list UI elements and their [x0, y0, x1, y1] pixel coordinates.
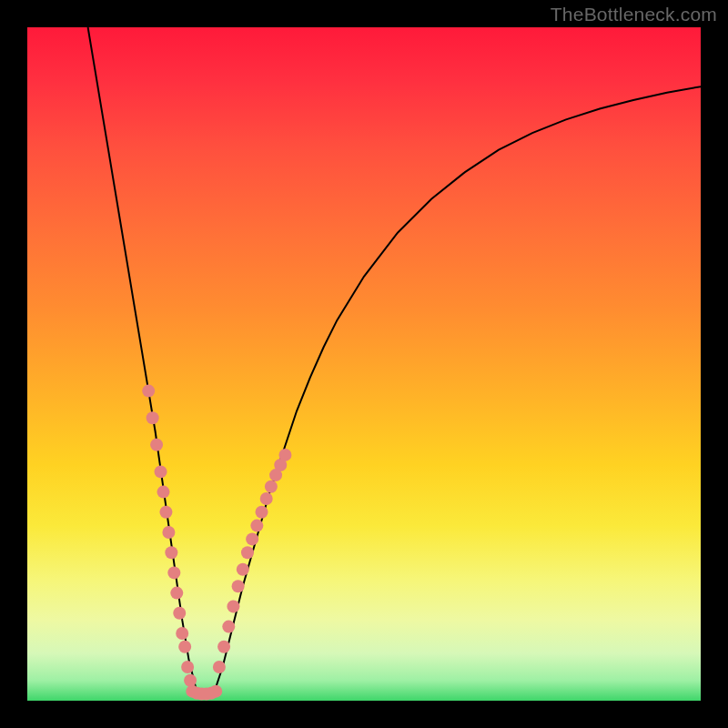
data-point	[170, 587, 183, 600]
data-point	[147, 411, 159, 424]
data-point	[265, 480, 278, 493]
data-point	[256, 506, 268, 519]
data-point	[178, 641, 191, 653]
data-point	[162, 526, 175, 539]
data-point	[150, 439, 163, 451]
data-point	[167, 566, 180, 579]
data-point	[213, 661, 226, 673]
data-point	[237, 563, 249, 576]
data-point	[155, 465, 167, 478]
data-point	[232, 580, 245, 592]
data-point	[159, 506, 172, 519]
data-point	[278, 449, 291, 461]
data-point	[184, 674, 197, 687]
plot-area	[27, 27, 701, 701]
data-point	[209, 685, 222, 698]
plot-svg	[27, 27, 701, 701]
data-point	[173, 607, 186, 620]
data-point	[157, 486, 169, 499]
data-point	[227, 600, 239, 612]
data-point	[165, 546, 177, 559]
data-point	[176, 627, 188, 640]
chart-stage: TheBottleneck.com	[0, 0, 728, 728]
data-point	[142, 385, 155, 398]
data-point	[260, 492, 273, 505]
data-point	[241, 546, 254, 559]
watermark-text: TheBottleneck.com	[551, 4, 717, 25]
data-point	[246, 532, 258, 545]
scatter-dots	[142, 385, 291, 701]
data-point	[217, 641, 230, 653]
data-point	[181, 661, 194, 673]
data-point	[250, 520, 263, 532]
data-point	[222, 621, 235, 633]
